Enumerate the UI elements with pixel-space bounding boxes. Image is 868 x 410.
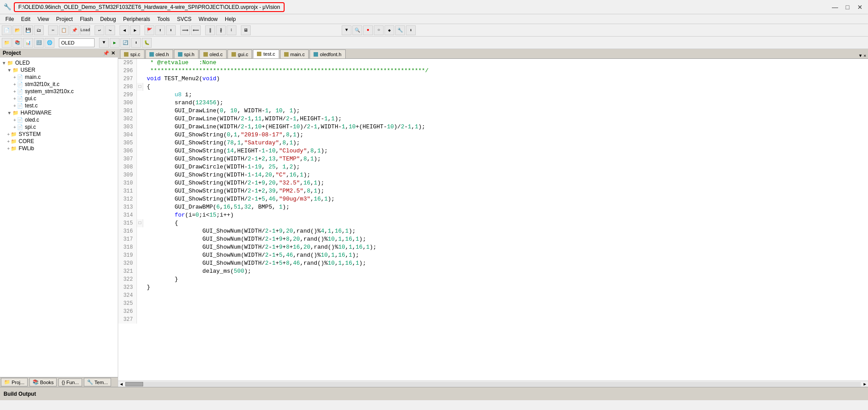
expand-fwlib[interactable]: + [7, 146, 10, 151]
tree-test-c[interactable]: + 📄 test.c [0, 102, 118, 109]
close-button[interactable]: ✕ [856, 3, 864, 12]
bookmark-button[interactable]: 🚩 [145, 25, 154, 35]
menu-item-peripherals[interactable]: Peripherals [120, 15, 154, 23]
find-button[interactable]: 🔍 [352, 25, 362, 35]
debug-button[interactable]: ● [363, 25, 373, 35]
tree-hardware[interactable]: ▼ 📁 HARDWARE [0, 109, 118, 116]
menu-item-svcs[interactable]: SVCS [174, 15, 195, 23]
tree-user[interactable]: ▼ 📁 USER [0, 66, 118, 74]
target-select[interactable]: ▼ [342, 25, 351, 35]
tree-main-c[interactable]: + 📄 main.c [0, 74, 118, 81]
expand-gui-c[interactable]: + [13, 96, 16, 101]
save-all-button[interactable]: 🗂 [34, 25, 44, 35]
tree-oled-c[interactable]: + 📄 oled.c [0, 116, 118, 123]
project-win-button[interactable]: 📁 [2, 38, 12, 48]
func-button[interactable]: 🌐 [45, 38, 54, 48]
redo-button[interactable]: ↪ [105, 25, 115, 35]
undo-button[interactable]: ↩ [95, 25, 104, 35]
tree-gui-c[interactable]: + 📄 gui.c [0, 95, 118, 102]
indent-button[interactable]: ⟹ [180, 25, 190, 35]
expand-hardware[interactable]: ▼ [7, 111, 12, 115]
tab-test-c[interactable]: test.c [253, 49, 279, 58]
tree-oled[interactable]: ▼ 📁 OLED [0, 59, 118, 66]
menu-item-flash[interactable]: Flash [76, 15, 96, 23]
menu-item-tools[interactable]: Tools [154, 15, 174, 23]
copy-button[interactable]: 📋 [59, 25, 69, 35]
nav-forward-button[interactable]: ▶ [130, 25, 140, 35]
line-fold-315[interactable]: □ [137, 219, 143, 227]
tree-system[interactable]: + 📄 system_stm32f10x.c [0, 88, 118, 95]
uncomment-button[interactable]: ∦ [216, 25, 226, 35]
menu-item-view[interactable]: View [34, 15, 53, 23]
debug-window-button[interactable]: 🖥 [241, 25, 251, 35]
proj-tab-functions[interactable]: {} Fun... [58, 378, 82, 386]
unindent-button[interactable]: ⟸ [191, 25, 201, 35]
cut-button[interactable]: ✂ [48, 25, 58, 35]
menu-item-project[interactable]: Project [53, 15, 76, 23]
new-file-button[interactable]: 📄 [2, 25, 12, 35]
tree-stm32-it[interactable]: + 📄 stm32f10x_it.c [0, 81, 118, 88]
tab-main-c[interactable]: main.c [280, 49, 309, 58]
regs-button[interactable]: 📊 [23, 38, 33, 48]
line-fold-298[interactable]: □ [137, 83, 143, 91]
project-pin-icon[interactable]: 📌 [103, 50, 109, 56]
erase-button[interactable]: ◆ [384, 25, 394, 35]
expand-core[interactable]: + [7, 139, 10, 144]
comment-button[interactable]: ∥ [205, 25, 215, 35]
tabs-dropdown-icon[interactable]: ▼ [859, 53, 862, 58]
tree-spi-c[interactable]: + 📄 spi.c [0, 123, 118, 131]
expand-system-group[interactable]: + [7, 132, 10, 137]
expand-main-c[interactable]: + [13, 75, 16, 80]
proj-tab-templates[interactable]: 🔧 Tem... [84, 378, 111, 386]
start-debug-button[interactable]: 🐛 [142, 38, 152, 48]
expand-stm32-it[interactable]: + [13, 82, 16, 87]
scroll-left-btn[interactable]: ◀ [118, 381, 124, 387]
code-editor[interactable]: 295 * @retvalue :None 296 **************… [118, 59, 868, 381]
scroll-thumb[interactable] [125, 382, 143, 386]
load-button[interactable]: Load [80, 25, 90, 35]
prev-bookmark-button[interactable]: ⬆ [155, 25, 165, 35]
expand-test-c[interactable]: + [13, 103, 16, 108]
tree-fwlib[interactable]: + 📁 FWLib [0, 145, 118, 152]
save-button[interactable]: 💾 [23, 25, 33, 35]
rebuild-button[interactable]: 🔄 [120, 38, 130, 48]
tabs-close-icon[interactable]: ✕ [864, 53, 866, 58]
nav-back-button[interactable]: ◀ [120, 25, 129, 35]
build-target-button[interactable]: ▶ [110, 38, 120, 48]
menu-item-window[interactable]: Window [195, 15, 221, 23]
dropdown-btn[interactable]: ▼ [99, 38, 109, 48]
proj-tab-books[interactable]: 📚 Books [29, 378, 57, 386]
flash-download-button[interactable]: ⬇ [131, 38, 141, 48]
maximize-button[interactable]: □ [843, 3, 852, 12]
expand-oled[interactable]: ▼ [2, 61, 6, 66]
tab-oled-h[interactable]: oled.h [145, 49, 173, 58]
menu-item-help[interactable]: Help [221, 15, 240, 23]
tree-core[interactable]: + 📁 CORE [0, 138, 118, 145]
tree-system-group[interactable]: + 📁 SYSTEM [0, 131, 118, 138]
target-input[interactable] [59, 38, 95, 47]
expand-system[interactable]: + [13, 89, 16, 94]
menu-item-debug[interactable]: Debug [97, 15, 120, 23]
tab-gui-c[interactable]: gui.c [227, 49, 252, 58]
expand-oled-c[interactable]: + [13, 118, 16, 123]
options-button[interactable]: 🔧 [395, 25, 405, 35]
books-button[interactable]: 📚 [12, 38, 22, 48]
proj-tab-project[interactable]: 📁 Proj... [1, 378, 28, 386]
tab-oledfont-h[interactable]: oledfont.h [310, 49, 345, 58]
insert-button[interactable]: ↕ [227, 25, 236, 35]
horizontal-scrollbar[interactable]: ◀ ▶ [118, 381, 868, 387]
expand-spi-c[interactable]: + [13, 125, 16, 130]
next-bookmark-button[interactable]: ⬇ [166, 25, 176, 35]
menu-item-file[interactable]: File [2, 15, 17, 23]
paste-button[interactable]: 📌 [70, 25, 79, 35]
open-button[interactable]: 📂 [12, 25, 22, 35]
minimize-button[interactable]: — [831, 3, 839, 12]
tab-spi-h[interactable]: spi.h [174, 49, 198, 58]
scroll-right-btn[interactable]: ▶ [862, 381, 868, 387]
project-close-icon[interactable]: ✕ [111, 50, 115, 56]
memory-button[interactable]: 🔢 [34, 38, 44, 48]
expand-user[interactable]: ▼ [7, 68, 12, 73]
scroll-track[interactable] [125, 382, 861, 386]
tab-spi-c[interactable]: spi.c [120, 49, 145, 58]
stop-button[interactable]: ○ [374, 25, 384, 35]
